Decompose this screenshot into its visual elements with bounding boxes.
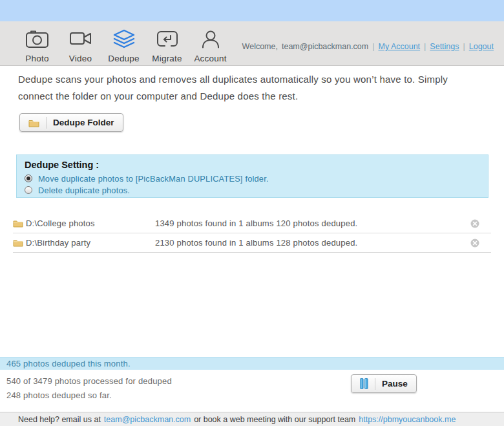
- dedupe-folder-button[interactable]: Dedupe Folder: [19, 113, 123, 132]
- footer-text: Need help? email us at: [18, 415, 101, 424]
- nav-label: Video: [69, 54, 92, 63]
- radio-button[interactable]: [25, 186, 32, 194]
- folder-icon: [13, 239, 26, 247]
- close-icon[interactable]: [470, 219, 479, 228]
- nav-item-photo[interactable]: Photo: [16, 26, 59, 63]
- person-icon: [200, 26, 221, 52]
- pause-icon: [360, 378, 368, 389]
- top-title-bar: [0, 0, 504, 21]
- dedupe-settings-title: Dedupe Setting :: [25, 160, 480, 170]
- nav-item-migrate[interactable]: Migrate: [145, 26, 189, 63]
- dedupe-folder-list: D:\College photos 1349 photos found in 1…: [13, 214, 491, 253]
- dedupe-folder-button-label: Dedupe Folder: [53, 118, 114, 127]
- pause-button-label: Pause: [382, 379, 408, 389]
- layers-icon: [112, 26, 136, 52]
- folder-stats: 1349 photos found in 1 albums 120 photos…: [155, 218, 357, 228]
- option-move-duplicates[interactable]: Move duplicate photos to [PicBackMan DUP…: [25, 173, 480, 184]
- nav-label: Migrate: [152, 54, 182, 63]
- user-bar: Welcome, team@picbackman.com | My Accoun…: [242, 42, 494, 51]
- dedupe-description: Dedupe scans your photos and removes all…: [18, 71, 470, 105]
- nav-item-account[interactable]: Account: [189, 26, 232, 63]
- progress-status: 540 of 3479 photos processed for deduped…: [6, 376, 172, 405]
- app-header: Photo Video Dedupe: [0, 21, 504, 66]
- monthly-status-text: 465 photos deduped this month.: [6, 359, 131, 368]
- migrate-return-icon: [156, 26, 179, 52]
- help-footer: Need help? email us at team@picbackman.c…: [0, 412, 504, 426]
- nav-label: Account: [194, 54, 226, 63]
- folder-path: D:\College photos: [26, 218, 155, 228]
- my-account-link[interactable]: My Account: [378, 42, 420, 51]
- footer-text: or book a web meeting with our support t…: [194, 415, 355, 424]
- nav-item-video[interactable]: Video: [59, 26, 102, 63]
- main-nav: Photo Video Dedupe: [16, 26, 232, 63]
- folder-row: D:\College photos 1349 photos found in 1…: [13, 214, 491, 233]
- folder-row: D:\Birthday party 2130 photos found in 1…: [13, 233, 491, 253]
- nav-label: Photo: [25, 54, 48, 63]
- pause-button[interactable]: Pause: [351, 374, 417, 393]
- monthly-status-strip: 465 photos deduped this month.: [0, 357, 504, 370]
- video-camera-icon: [69, 26, 92, 52]
- support-email-link[interactable]: team@picbackman.com: [104, 415, 191, 424]
- close-icon[interactable]: [470, 239, 479, 248]
- camera-icon: [25, 26, 49, 52]
- progress-line-deduped: 248 photos deduped so far.: [6, 390, 172, 400]
- dedupe-settings-box: Dedupe Setting : Move duplicate photos t…: [16, 154, 488, 198]
- folder-stats: 2130 photos found in 1 albums 128 photos…: [155, 238, 357, 248]
- folder-icon: [13, 219, 26, 228]
- welcome-label: Welcome,: [242, 42, 278, 51]
- settings-link[interactable]: Settings: [430, 42, 459, 51]
- folder-icon: [28, 118, 39, 127]
- nav-item-dedupe[interactable]: Dedupe: [102, 26, 145, 63]
- radio-label: Delete duplicate photos.: [38, 186, 130, 195]
- logout-link[interactable]: Logout: [469, 42, 494, 51]
- nav-label: Dedupe: [108, 54, 140, 63]
- radio-label: Move duplicate photos to [PicBackMan DUP…: [38, 174, 269, 184]
- folder-path: D:\Birthday party: [26, 238, 155, 248]
- booking-url-link[interactable]: https://pbmyoucanbook.me: [359, 415, 456, 424]
- radio-button[interactable]: [25, 175, 32, 182]
- user-email: team@picbackman.com: [282, 42, 368, 51]
- option-delete-duplicates[interactable]: Delete duplicate photos.: [25, 184, 480, 196]
- progress-line-processed: 540 of 3479 photos processed for deduped: [6, 376, 172, 386]
